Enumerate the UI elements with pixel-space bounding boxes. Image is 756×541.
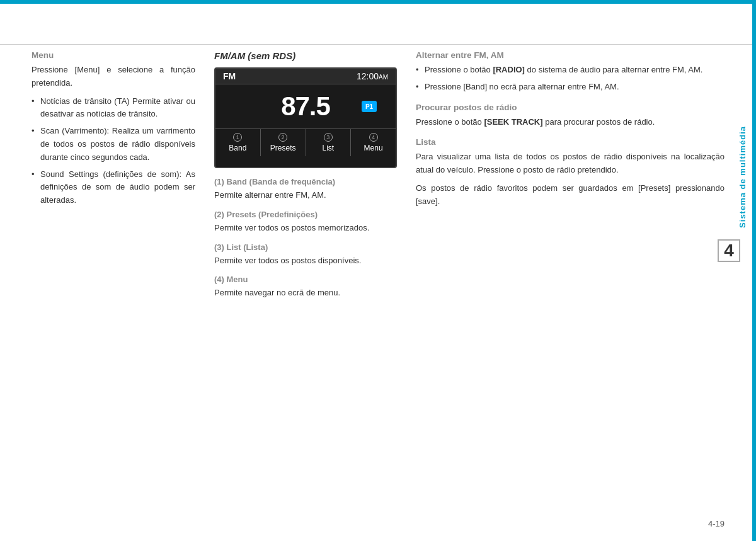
right-bullet-2: Pressione [Band] no ecrã para alternar e… [416, 81, 724, 94]
right-section-title-2: Procurar postos de rádio [416, 103, 724, 112]
radio-time-value: 12:00 [357, 71, 379, 81]
radio-btn-menu[interactable]: 4 Menu [351, 129, 396, 156]
subsection-text-1: Permite alternar entre FM, AM. [214, 189, 397, 202]
middle-column: FM/AM (sem RDS) FM 12:00AM 87.5 P1 1 Ban… [208, 50, 410, 516]
subsection-text-3: Permite ver todos os postos disponíveis. [214, 254, 397, 268]
right-border [752, 4, 756, 541]
radio-buttons: 1 Band 2 Presets 3 List 4 Menu [215, 128, 396, 156]
radio-btn-band-num: 1 [233, 133, 242, 142]
subsection-text-2: Permite ver todos os postos memorizados. [214, 222, 397, 235]
radio-screen: FM 12:00AM 87.5 P1 1 Band 2 Presets [214, 67, 397, 168]
radio-btn-menu-label: Menu [364, 144, 383, 152]
radio-frequency: 87.5 P1 [215, 84, 396, 128]
subsection-title-1: (1) Band (Banda de frequência) [214, 177, 397, 186]
content-area: Menu Pressione [Menu] e selecione a funç… [32, 50, 724, 516]
right-body-lista-2: Os postos de rádio favoritos podem ser g… [416, 182, 724, 208]
page-number: 4-19 [708, 519, 724, 528]
radio-freq-number: 87.5 [281, 91, 330, 122]
right-bullet-1: Pressione o botão [RADIO] do sistema de … [416, 64, 724, 77]
right-section-title-1: Alternar entre FM, AM [416, 50, 724, 60]
left-column: Menu Pressione [Menu] e selecione a funç… [32, 50, 208, 516]
bold-seek-track: [SEEK TRACK] [484, 117, 542, 127]
top-divider [0, 44, 752, 45]
subsection-title-2: (2) Presets (Predefinições) [214, 210, 397, 219]
subsection-text-4: Permite navegar no ecrã de menu. [214, 287, 397, 300]
right-body-lista-1: Para visualizar uma lista de todos os po… [416, 151, 724, 177]
radio-time-suffix: AM [379, 74, 388, 81]
radio-header: FM 12:00AM [215, 69, 396, 84]
middle-subsections: (1) Band (Banda de frequência) Permite a… [214, 177, 397, 300]
right-body-seek: Pressione o botão [SEEK TRACK] para proc… [416, 116, 724, 129]
bullet-item-scan: Scan (Varrimento): Realiza um varrimento… [32, 125, 195, 164]
left-bullets: Notícias de trânsito (TA) Permite ativar… [32, 95, 195, 207]
bullet-item-ta: Notícias de trânsito (TA) Permite ativar… [32, 95, 195, 122]
radio-btn-band-label: Band [229, 144, 246, 152]
subsection-title-3: (3) List (Lista) [214, 242, 397, 252]
right-column: Alternar entre FM, AM Pressione o botão … [410, 50, 724, 516]
bullet-item-sound: Sound Settings (definições de som): As d… [32, 168, 195, 207]
radio-btn-list[interactable]: 3 List [306, 129, 352, 156]
fmam-title: FM/AM (sem RDS) [214, 50, 397, 61]
bold-radio: [RADIO] [493, 65, 525, 74]
top-border [0, 0, 756, 4]
left-intro-text: Pressione [Menu] e selecione a função pr… [32, 64, 195, 90]
chapter-number: 4 [718, 239, 740, 262]
subsection-title-4: (4) Menu [214, 275, 397, 284]
left-section-title: Menu [32, 50, 195, 60]
radio-btn-presets-label: Presets [270, 144, 296, 152]
radio-btn-list-label: List [323, 144, 335, 152]
radio-btn-presets[interactable]: 2 Presets [261, 129, 306, 156]
radio-btn-band[interactable]: 1 Band [215, 129, 261, 156]
right-section-title-3: Lista [416, 137, 724, 147]
radio-btn-presets-num: 2 [278, 133, 287, 142]
sidebar-label: Sistema de multimédia [738, 126, 747, 228]
radio-btn-list-num: 3 [324, 133, 333, 142]
radio-time: 12:00AM [357, 71, 388, 81]
radio-btn-menu-num: 4 [369, 133, 378, 142]
radio-fm-label: FM [223, 71, 236, 81]
radio-preset-badge: P1 [362, 101, 377, 112]
